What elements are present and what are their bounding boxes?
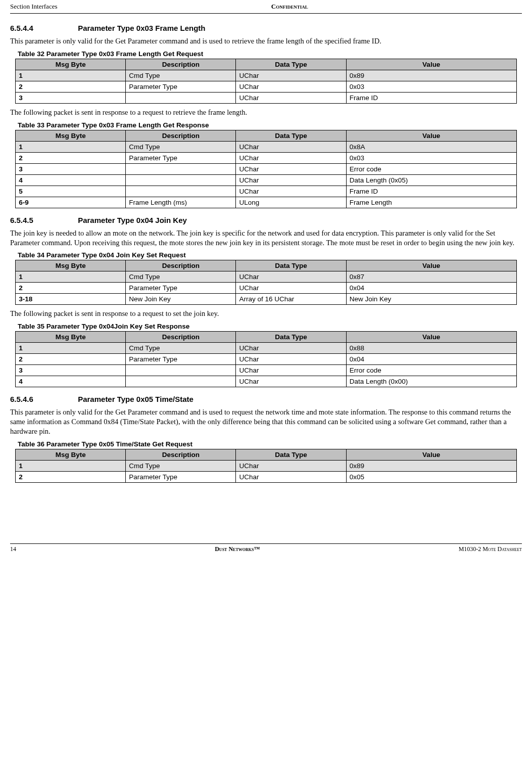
- table-cell: Data Length (0x00): [346, 376, 516, 387]
- table-cell: [126, 376, 236, 387]
- table-row: 3UCharError code: [16, 365, 517, 376]
- table-cell: Parameter Type: [126, 152, 236, 163]
- table-cell: UChar: [236, 163, 346, 174]
- table-cell: [126, 186, 236, 197]
- body-text: The join key is needed to allow an mote …: [10, 228, 522, 248]
- table-cell: 0x05: [346, 471, 516, 482]
- table-cell: UChar: [236, 376, 346, 387]
- table-row: 1Cmd TypeUChar0x89: [16, 460, 517, 471]
- table-cell: Cmd Type: [126, 343, 236, 354]
- table-cell: Cmd Type: [126, 460, 236, 471]
- table-header: Data Type: [236, 332, 346, 343]
- table-header: Msg Byte: [16, 59, 126, 70]
- table-cell: Error code: [346, 365, 516, 376]
- table-cell: New Join Key: [126, 294, 236, 305]
- table34: Msg ByteDescriptionData TypeValue1Cmd Ty…: [15, 260, 517, 305]
- header-left: Section Interfaces: [10, 3, 57, 11]
- table-cell: 2: [16, 152, 126, 163]
- table-cell: 2: [16, 354, 126, 365]
- table-cell: Array of 16 UChar: [236, 294, 346, 305]
- table-header: Description: [126, 449, 236, 460]
- table-row: 2Parameter TypeUChar0x04: [16, 354, 517, 365]
- table-header: Value: [346, 59, 516, 70]
- section-heading-0x05: 6.5.4.6 Parameter Type 0x05 Time/State: [10, 395, 522, 403]
- table-row: 1Cmd TypeUChar0x8A: [16, 141, 517, 152]
- table33-caption: Table 33 Parameter Type 0x03 Frame Lengt…: [18, 121, 522, 129]
- table-cell: 0x87: [346, 271, 516, 283]
- table-cell: Cmd Type: [126, 141, 236, 152]
- table-cell: 0x03: [346, 152, 516, 163]
- table35-caption: Table 35 Parameter Type 0x04Join Key Set…: [18, 323, 522, 330]
- table-cell: Parameter Type: [126, 471, 236, 482]
- table-cell: 0x03: [346, 81, 516, 92]
- table-cell: UChar: [236, 141, 346, 152]
- table-cell: UChar: [236, 460, 346, 471]
- body-text: This parameter is only valid for the Get…: [10, 36, 522, 46]
- section-num: 6.5.4.5: [10, 216, 76, 224]
- table-row: 2Parameter TypeUChar0x04: [16, 283, 517, 294]
- table-cell: 4: [16, 376, 126, 387]
- table-row: 2Parameter TypeUChar0x03: [16, 152, 517, 163]
- footer-page-num: 14: [10, 545, 16, 553]
- table-cell: 0x04: [346, 283, 516, 294]
- table-row: 3UCharError code: [16, 163, 517, 174]
- table-cell: UChar: [236, 354, 346, 365]
- table-cell: 3-18: [16, 294, 126, 305]
- table-header: Data Type: [236, 59, 346, 70]
- table-header: Value: [346, 130, 516, 141]
- body-text: This parameter is only valid for the Get…: [10, 407, 522, 436]
- table-header: Msg Byte: [16, 449, 126, 460]
- table-header: Value: [346, 332, 516, 343]
- page-header: Section Interfaces Confidential: [10, 0, 522, 14]
- table-cell: 6-9: [16, 197, 126, 208]
- table36: Msg ByteDescriptionData TypeValue1Cmd Ty…: [15, 449, 517, 483]
- table32-caption: Table 32 Parameter Type 0x03 Frame Lengt…: [18, 50, 522, 58]
- table-cell: [126, 92, 236, 103]
- table-row: 5UCharFrame ID: [16, 186, 517, 197]
- table-cell: UChar: [236, 365, 346, 376]
- body-text: The following packet is sent in response…: [10, 108, 522, 117]
- table-header: Data Type: [236, 130, 346, 141]
- table-cell: UChar: [236, 152, 346, 163]
- table35: Msg ByteDescriptionData TypeValue1Cmd Ty…: [15, 331, 517, 387]
- table-cell: UChar: [236, 471, 346, 482]
- table-cell: 1: [16, 70, 126, 81]
- table-cell: Parameter Type: [126, 283, 236, 294]
- table-cell: [126, 365, 236, 376]
- table-cell: [126, 163, 236, 174]
- page-footer: 14 Dust Networks™ M1030-2 Mote Datasheet: [10, 543, 522, 553]
- table-cell: Parameter Type: [126, 81, 236, 92]
- table-cell: 0x88: [346, 343, 516, 354]
- table-header: Data Type: [236, 449, 346, 460]
- table-cell: UChar: [236, 343, 346, 354]
- body-text: The following packet is sent in response…: [10, 309, 522, 318]
- table-row: 2Parameter TypeUChar0x03: [16, 81, 517, 92]
- footer-company: Dust Networks™: [215, 545, 260, 553]
- table-cell: Error code: [346, 163, 516, 174]
- table-row: 4UCharData Length (0x05): [16, 174, 517, 186]
- table-cell: 1: [16, 141, 126, 152]
- table-cell: UChar: [236, 81, 346, 92]
- table-cell: UChar: [236, 186, 346, 197]
- table-row: 1Cmd TypeUChar0x88: [16, 343, 517, 354]
- table-cell: 2: [16, 81, 126, 92]
- section-title: Parameter Type 0x03 Frame Length: [78, 24, 205, 32]
- section-num: 6.5.4.4: [10, 24, 76, 32]
- table-cell: Frame ID: [346, 186, 516, 197]
- table-cell: 5: [16, 186, 126, 197]
- table-cell: 0x89: [346, 70, 516, 81]
- table-cell: UChar: [236, 283, 346, 294]
- table-row: 3-18New Join KeyArray of 16 UCharNew Joi…: [16, 294, 517, 305]
- table-header: Msg Byte: [16, 260, 126, 271]
- table-cell: 0x89: [346, 460, 516, 471]
- table-cell: 3: [16, 92, 126, 103]
- table-header: Description: [126, 59, 236, 70]
- table-row: 1Cmd TypeUChar0x87: [16, 271, 517, 283]
- table34-caption: Table 34 Parameter Type 0x04 Join Key Se…: [18, 251, 522, 259]
- section-heading-0x04: 6.5.4.5 Parameter Type 0x04 Join Key: [10, 216, 522, 224]
- table-cell: 3: [16, 365, 126, 376]
- table-cell: 1: [16, 343, 126, 354]
- table-cell: 4: [16, 174, 126, 186]
- table-cell: 0x04: [346, 354, 516, 365]
- table-header: Description: [126, 332, 236, 343]
